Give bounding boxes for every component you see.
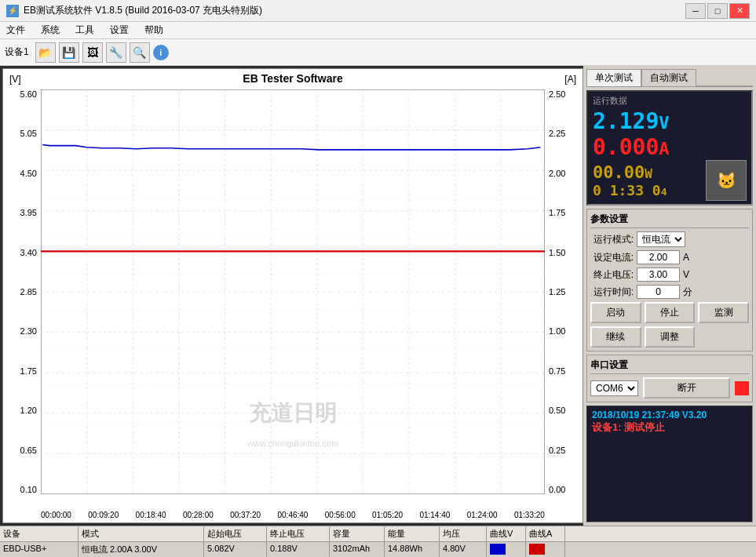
- port-select[interactable]: COM6: [590, 380, 638, 396]
- adjust-button[interactable]: 调整: [645, 326, 696, 348]
- param-voltage-row: 终止电压: 3.00 V: [590, 268, 749, 282]
- th-avgv: 均压: [440, 526, 487, 541]
- power-row: 00.00W: [593, 162, 703, 182]
- save-button[interactable]: 💾: [59, 42, 79, 63]
- menu-tools[interactable]: 工具: [72, 22, 97, 38]
- td-mode: 恒电流 2.00A 3.00V: [79, 542, 204, 557]
- toolbar: 设备1 📂 💾 🖼 🔧 🔍 i: [0, 39, 756, 66]
- title-bar: ⚡ EB测试系统软件 V1.8.5 (Build 2016-03-07 充电头特…: [0, 0, 756, 22]
- param-voltage-value[interactable]: 3.00: [637, 268, 680, 282]
- param-time-label: 运行时间:: [590, 286, 634, 299]
- current-display: 0.000: [593, 134, 659, 160]
- th-endv: 终止电压: [267, 526, 330, 541]
- param-current-row: 设定电流: 2.00 A: [590, 250, 749, 264]
- minimize-button[interactable]: ─: [685, 3, 706, 19]
- voltage-current-row: 2.129V 0.000A: [593, 108, 747, 160]
- curve-a-swatch: [529, 544, 545, 555]
- chart-title: EB Tester Software: [3, 69, 583, 88]
- disconnect-button[interactable]: 断开: [643, 377, 730, 399]
- info-button[interactable]: i: [153, 45, 169, 60]
- params-title: 参数设置: [590, 213, 749, 228]
- menu-settings[interactable]: 设置: [107, 22, 132, 38]
- chart-svg: [41, 89, 545, 494]
- table-row: EBD-USB+ 恒电流 2.00A 3.00V 5.082V 0.188V 3…: [0, 542, 756, 557]
- y-axis-right: 2.50 2.25 2.00 1.75 1.50 1.25 1.00 0.75 …: [546, 89, 583, 494]
- main-content: [V] [A] EB Tester Software ZKETECH: [0, 66, 756, 526]
- th-curvev: 曲线V: [487, 526, 526, 541]
- param-time-unit: 分: [683, 286, 696, 299]
- open-button[interactable]: 📂: [35, 42, 56, 63]
- time-display: 0 1:33 04: [593, 182, 667, 198]
- log-line1: 2018/10/19 21:37:49 V3.20: [592, 410, 747, 420]
- menu-file[interactable]: 文件: [3, 22, 28, 38]
- serial-box: 串口设置 COM6 断开: [586, 355, 753, 402]
- chart-panel: [V] [A] EB Tester Software ZKETECH: [2, 68, 583, 523]
- param-current-value[interactable]: 2.00: [637, 250, 680, 264]
- param-voltage-unit: V: [683, 269, 696, 280]
- maximize-button[interactable]: □: [707, 3, 728, 19]
- continue-button[interactable]: 继续: [590, 326, 641, 348]
- title-bar-left: ⚡ EB测试系统软件 V1.8.5 (Build 2016-03-07 充电头特…: [6, 4, 262, 17]
- search-button[interactable]: 🔍: [130, 42, 150, 63]
- th-device: 设备: [0, 526, 79, 541]
- y-right-label: [A]: [564, 74, 576, 85]
- log-box: 2018/10/19 21:37:49 V3.20 设备1: 测试停止: [586, 406, 753, 522]
- td-energy: 14.88Wh: [385, 542, 440, 557]
- app-window: ⚡ EB测试系统软件 V1.8.5 (Build 2016-03-07 充电头特…: [0, 0, 756, 557]
- tabs-row: 单次测试 自动测试: [586, 69, 753, 87]
- power-time-col: 00.00W 0 1:33 04: [593, 162, 703, 198]
- y-left-label: [V]: [9, 74, 21, 85]
- param-mode-label: 运行模式:: [590, 233, 634, 246]
- params-box: 参数设置 运行模式: 恒电流 设定电流: 2.00 A 终止电压: 3.00 V: [586, 209, 753, 351]
- voltage-unit: V: [659, 113, 669, 133]
- action-buttons: 启动 停止 监测 继续 调整: [590, 302, 749, 348]
- param-current-unit: A: [683, 252, 696, 263]
- serial-title: 串口设置: [590, 359, 749, 374]
- start-button[interactable]: 启动: [590, 302, 641, 323]
- th-startv: 起始电压: [204, 526, 267, 541]
- table-header: 设备 模式 起始电压 终止电压 容量 能量 均压 曲线V 曲线A: [0, 526, 756, 542]
- th-mode: 模式: [79, 526, 204, 541]
- y-axis-left: 5.60 5.05 4.50 3.95 3.40 2.85 2.30 1.75 …: [3, 89, 40, 494]
- th-energy: 能量: [385, 526, 440, 541]
- device-label: 设备1: [5, 46, 29, 59]
- power-display: 00.00: [593, 162, 645, 182]
- tab-single[interactable]: 单次测试: [586, 69, 641, 86]
- td-endv: 0.188V: [267, 542, 330, 557]
- td-curvev: [487, 542, 526, 557]
- right-panel: 单次测试 自动测试 运行数据 2.129V 0.000A 00.00W 0: [583, 66, 756, 526]
- bottom-table: 设备 模式 起始电压 终止电压 容量 能量 均压 曲线V 曲线A EBD-USB…: [0, 526, 756, 557]
- app-title: EB测试系统软件 V1.8.5 (Build 2016-03-07 充电头特别版…: [24, 4, 262, 17]
- close-button[interactable]: ✕: [729, 3, 750, 19]
- td-device: EBD-USB+: [0, 542, 79, 557]
- connection-indicator: [735, 381, 749, 395]
- tab-auto[interactable]: 自动测试: [641, 69, 696, 86]
- menu-help[interactable]: 帮助: [141, 22, 166, 38]
- window-controls: ─ □ ✕: [685, 3, 750, 19]
- voltage-display: 2.129: [593, 108, 659, 134]
- image-button[interactable]: 🖼: [82, 42, 103, 63]
- td-curvea: [526, 542, 565, 557]
- param-voltage-label: 终止电压:: [590, 268, 634, 282]
- param-mode-row: 运行模式: 恒电流: [590, 231, 749, 247]
- log-line2: 设备1: 测试停止: [592, 420, 747, 435]
- th-capacity: 容量: [330, 526, 385, 541]
- tools-button[interactable]: 🔧: [106, 42, 126, 63]
- param-time-row: 运行时间: 0 分: [590, 285, 749, 299]
- serial-row: COM6 断开: [590, 377, 749, 399]
- time-row: 0 1:33 04: [593, 182, 703, 198]
- param-time-value[interactable]: 0: [637, 285, 680, 299]
- param-current-label: 设定电流:: [590, 251, 634, 264]
- monitor-button[interactable]: 监测: [698, 302, 749, 323]
- x-axis: 00:00:00 00:09:20 00:18:40 00:28:00 00:3…: [41, 511, 545, 519]
- power-unit: W: [645, 166, 652, 181]
- th-curvea: 曲线A: [526, 526, 565, 541]
- run-data-label: 运行数据: [593, 95, 747, 107]
- app-icon: ⚡: [6, 5, 19, 17]
- curve-v-swatch: [490, 544, 506, 555]
- stop-button[interactable]: 停止: [645, 302, 696, 323]
- current-unit: A: [659, 139, 669, 158]
- power-time-row: 00.00W 0 1:33 04 🐱: [593, 160, 747, 201]
- mode-select[interactable]: 恒电流: [637, 231, 685, 247]
- menu-system[interactable]: 系统: [38, 22, 63, 38]
